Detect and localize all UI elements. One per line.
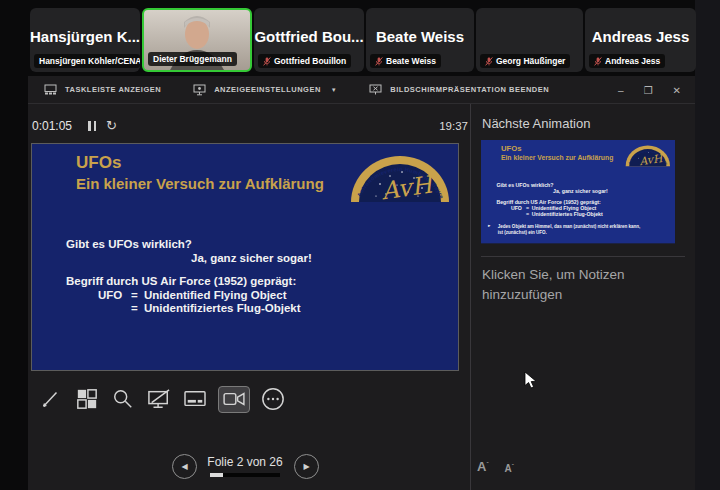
pause-timer-button[interactable] <box>88 121 96 131</box>
see-all-slides-button[interactable] <box>74 386 100 412</box>
black-screen-button[interactable] <box>146 386 172 412</box>
slide-question: Gibt es UFOs wirklich? <box>66 238 192 250</box>
subtitles-button[interactable] <box>182 386 208 412</box>
display-settings-button[interactable]: ANZEIGEEINSTELLUNGEN ▼ <box>193 84 337 96</box>
next-animation-heading: Nächste Animation <box>482 116 590 131</box>
subtitles-icon <box>183 389 207 409</box>
magnifier-icon <box>112 388 134 410</box>
slide-navigation: ◀ Folie 2 von 26 ▶ <box>28 453 470 483</box>
display-settings-icon <box>193 84 206 96</box>
next-animation-preview[interactable]: UFOs Ein kleiner Versuch zur Aufklärung … <box>481 140 676 244</box>
slide-term-line: Begriff durch US Air Force (1952) gepräg… <box>66 275 296 287</box>
chevron-down-icon: ▼ <box>331 87 337 93</box>
end-presentation-label: BILDSCHIRMPRÄSENTATION BEENDEN <box>390 85 549 94</box>
timer-value: 0:01:05 <box>32 119 72 133</box>
presenter-right-pane: Nächste Animation UFOs Ein kleiner Versu… <box>471 104 695 490</box>
avh-observatory-logo-small: Astronomieverein Humboldt Bayreuth e.V. … <box>625 144 670 168</box>
slide-answer: Ja, ganz sicher sogar! <box>191 252 312 264</box>
participant-label: Beate Weiss <box>370 54 441 68</box>
participant-tile[interactable]: Andreas Jess Andreas Jess <box>585 8 696 72</box>
notes-zoom-in-button[interactable]: Aˆ <box>477 459 488 474</box>
participant-label: Dieter Brüggemann <box>148 52 237 66</box>
participant-label: Georg Häußinger <box>480 54 570 68</box>
clock: 19:37 <box>439 120 468 132</box>
slide-counter: Folie 2 von 26 <box>200 455 290 469</box>
muted-mic-icon <box>263 57 271 66</box>
minimize-button[interactable]: – <box>618 85 624 96</box>
presenter-window: TASKLEISTE ANZEIGEN ANZEIGEEINSTELLUNGEN… <box>28 76 695 490</box>
desktop-right-margin <box>695 0 720 490</box>
participant-label: Gottfried Bouillon <box>258 54 351 68</box>
participant-tile[interactable]: Gottfried Bou... Gottfried Bouillon <box>254 8 364 72</box>
slide-definition-1: UFO=Unidentified Flying Object <box>98 289 286 301</box>
participant-label: Hansjürgen Köhler/CENAP <box>34 54 140 68</box>
next-bullet-line: ► Jedes Objekt am Himmel, das man (zunäc… <box>487 223 641 235</box>
notes-zoom-out-button[interactable]: Aˆ <box>504 463 513 474</box>
participants-strip: Hansjürgen K... Hansjürgen Köhler/CENAP … <box>30 8 690 72</box>
muted-mic-icon <box>594 57 602 66</box>
bullet-arrow-icon: ► <box>487 223 491 235</box>
previous-slide-button[interactable]: ◀ <box>172 454 197 479</box>
show-taskbar-button[interactable]: TASKLEISTE ANZEIGEN <box>44 84 161 95</box>
more-options-button[interactable] <box>260 386 286 412</box>
restore-button[interactable]: ❐ <box>644 85 653 96</box>
notes-divider <box>481 256 685 257</box>
presenter-left-pane: 0:01:05 ↻ 19:37 UFOs Ein kleiner Versuch… <box>28 104 470 490</box>
slideshow-tools <box>28 384 286 414</box>
taskbar-icon <box>44 84 57 95</box>
current-slide[interactable]: UFOs Ein kleiner Versuch zur Aufklärung … <box>31 143 459 371</box>
muted-mic-icon <box>485 57 493 66</box>
pen-icon <box>40 388 62 410</box>
participant-tile[interactable]: Georg Häußinger <box>476 8 583 72</box>
presenter-toolbar: TASKLEISTE ANZEIGEN ANZEIGEEINSTELLUNGEN… <box>28 76 695 104</box>
show-taskbar-label: TASKLEISTE ANZEIGEN <box>65 85 161 94</box>
slide-title: UFOs <box>76 153 121 173</box>
muted-mic-icon <box>375 57 383 66</box>
slide-subtitle: Ein kleiner Versuch zur Aufklärung <box>76 175 324 192</box>
next-slide-button[interactable]: ▶ <box>294 454 319 479</box>
zoom-slide-button[interactable] <box>110 386 136 412</box>
avh-observatory-logo: Astronomieverein Humboldt Bayreuth e.V. … <box>350 152 450 204</box>
participant-label: Andreas Jess <box>589 54 665 68</box>
mouse-cursor <box>524 371 537 389</box>
ellipsis-icon <box>261 387 285 411</box>
close-button[interactable]: ✕ <box>673 85 681 96</box>
restart-timer-button[interactable]: ↻ <box>106 121 117 131</box>
slide-definition-2: =Unidentifiziertes Flug-Objekt <box>131 302 301 314</box>
camera-toggle-button[interactable] <box>218 386 250 413</box>
end-presentation-icon <box>369 84 382 96</box>
end-presentation-button[interactable]: BILDSCHIRMPRÄSENTATION BEENDEN <box>369 84 549 96</box>
slide-grid-icon <box>76 388 98 410</box>
slide-progress-bar <box>210 473 280 477</box>
participant-tile[interactable]: Hansjürgen K... Hansjürgen Köhler/CENAP <box>30 8 140 72</box>
video-camera-icon <box>222 390 246 408</box>
participant-tile-active-speaker[interactable]: Dieter Brüggemann <box>142 8 252 72</box>
display-settings-label: ANZEIGEEINSTELLUNGEN <box>214 85 321 94</box>
desktop-background: TASKLEISTE ANZEIGEN ANZEIGEEINSTELLUNGEN… <box>0 0 720 490</box>
participant-tile[interactable]: Beate Weiss Beate Weiss <box>366 8 474 72</box>
pen-tool-button[interactable] <box>38 386 64 412</box>
notes-placeholder[interactable]: Klicken Sie, um Notizen hinzuzufügen <box>482 265 657 304</box>
screen-pen-icon <box>147 388 171 410</box>
next-slide-thumbnail: UFOs Ein kleiner Versuch zur Aufklärung … <box>481 140 675 243</box>
